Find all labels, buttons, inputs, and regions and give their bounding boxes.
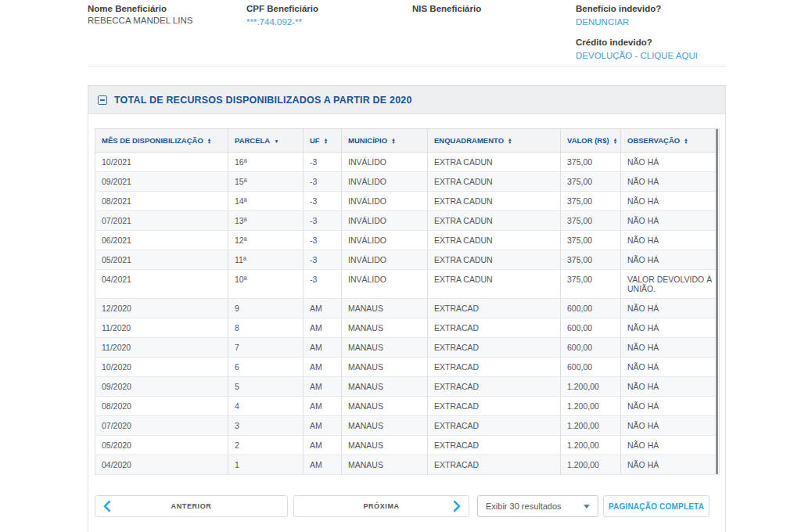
table-row: 08/202114ª-3INVÁLIDOEXTRA CADUN375,00NÃO… — [95, 192, 720, 211]
table-row: 11/20208AMMANAUSEXTRACAD600,00NÃO HÁ — [95, 318, 720, 338]
beneficiary-nis-field: NIS Beneficiário — [412, 3, 576, 66]
table-cell: EXTRACAD — [428, 416, 561, 436]
table-cell: 10/2021 — [95, 153, 228, 172]
table-cell: 375,00 — [561, 211, 621, 231]
table-cell: EXTRACAD — [428, 397, 561, 416]
sort-both-icon: ▲▼ — [207, 138, 211, 145]
column-header-2[interactable]: UF▲▼ — [304, 129, 342, 153]
table-cell: NÃO HÁ — [621, 377, 720, 397]
table-row: 07/20203AMMANAUSEXTRACAD1.200,00NÃO HÁ — [95, 416, 720, 436]
table-row: 12/20209AMMANAUSEXTRACAD600,00NÃO HÁ — [95, 299, 720, 318]
table-cell: 375,00 — [561, 192, 621, 211]
table-cell: NÃO HÁ — [621, 318, 720, 338]
table-cell: 1 — [228, 455, 304, 475]
column-header-label: MÊS DE DISPONIBILIZAÇÃO — [102, 136, 203, 145]
table-cell: AM — [304, 455, 342, 475]
collapse-minus-icon[interactable] — [98, 95, 107, 105]
table-cell: NÃO HÁ — [621, 153, 720, 172]
previous-page-button[interactable]: ANTERIOR — [95, 495, 288, 517]
column-header-label: OBSERVAÇÃO — [627, 136, 680, 145]
table-cell: INVÁLIDO — [342, 231, 428, 250]
improper-credit-label: Crédito indevido? — [576, 37, 726, 48]
denounce-link[interactable]: DENUNCIAR — [576, 16, 629, 27]
beneficiary-cpf-label: CPF Beneficiário — [246, 3, 412, 14]
full-pagination-button[interactable]: PAGINAÇÃO COMPLETA — [603, 495, 709, 517]
beneficiary-nis-label: NIS Beneficiário — [412, 3, 576, 14]
table-cell: NÃO HÁ — [621, 192, 720, 211]
column-header-1[interactable]: PARCELA▼ — [228, 129, 304, 153]
refund-link[interactable]: DEVOLUÇÃO - CLIQUE AQUI — [576, 50, 698, 61]
table-cell: MANAUS — [342, 377, 428, 397]
sort-both-icon: ▲▼ — [324, 138, 328, 145]
column-header-0[interactable]: MÊS DE DISPONIBILIZAÇÃO▲▼ — [95, 129, 228, 153]
table-cell: 600,00 — [561, 358, 621, 377]
beneficiary-name-label: Nome Beneficiário — [88, 3, 246, 14]
vertical-scrollbar[interactable] — [716, 129, 718, 474]
table-cell: EXTRA CADUN — [428, 231, 561, 250]
resources-panel-header[interactable]: TOTAL DE RECURSOS DISPONIBILIZADOS A PAR… — [88, 86, 725, 114]
table-cell: 11/2020 — [95, 318, 228, 338]
table-cell: MANAUS — [342, 397, 428, 416]
table-cell: NÃO HÁ — [621, 250, 720, 270]
column-header-label: PARCELA — [235, 136, 270, 145]
column-header-5[interactable]: VALOR (R$)▲▼ — [561, 129, 621, 153]
resources-panel-title: TOTAL DE RECURSOS DISPONIBILIZADOS A PAR… — [114, 95, 412, 106]
table-cell: 4 — [228, 397, 304, 416]
table-cell: 1.200,00 — [561, 455, 621, 475]
table-cell: 05/2021 — [95, 250, 228, 270]
previous-page-label: ANTERIOR — [171, 502, 212, 510]
table-row: 04/202110ª-3INVÁLIDOEXTRA CADUN375,00VAL… — [95, 270, 720, 299]
table-cell: -3 — [304, 153, 342, 172]
table-cell: 375,00 — [561, 153, 621, 172]
table-row: 04/20201AMMANAUSEXTRACAD1.200,00NÃO HÁ — [95, 455, 720, 475]
table-cell: 2 — [228, 436, 304, 455]
table-row: 11/20207AMMANAUSEXTRACAD600,00NÃO HÁ — [95, 338, 720, 358]
table-cell: EXTRA CADUN — [428, 192, 561, 211]
column-header-label: VALOR (R$) — [567, 136, 609, 145]
column-header-3[interactable]: MUNICÍPIO▲▼ — [342, 129, 428, 153]
table-cell: EXTRA CADUN — [428, 270, 561, 299]
page-content: Nome Beneficiário REBECCA MANDEL LINS CP… — [88, 0, 726, 66]
table-cell: -3 — [304, 211, 342, 231]
table-cell: VALOR DEVOLVIDO À UNIÃO. — [621, 270, 720, 299]
results-per-page-select[interactable]: Exibir 30 resultados — [477, 495, 598, 517]
table-cell: EXTRA CADUN — [428, 153, 561, 172]
table-cell: 11ª — [228, 250, 304, 270]
table-cell: 375,00 — [561, 231, 621, 250]
table-cell: 15ª — [228, 172, 304, 192]
table-cell: 5 — [228, 377, 304, 397]
resources-table: MÊS DE DISPONIBILIZAÇÃO▲▼PARCELA▼UF▲▼MUN… — [95, 128, 720, 475]
table-cell: 04/2021 — [95, 270, 228, 299]
column-header-4[interactable]: ENQUADRAMENTO▲▼ — [428, 129, 561, 153]
column-header-label: UF — [310, 136, 320, 145]
next-page-button[interactable]: PRÓXIMA — [293, 495, 469, 517]
column-header-6[interactable]: OBSERVAÇÃO▲▼ — [621, 129, 720, 153]
table-cell: 375,00 — [561, 250, 621, 270]
table-cell: MANAUS — [342, 358, 428, 377]
table-row: 05/202111ª-3INVÁLIDOEXTRA CADUN375,00NÃO… — [95, 250, 720, 270]
table-cell: 07/2021 — [95, 211, 228, 231]
table-cell: MANAUS — [342, 299, 428, 318]
resources-table-wrap: MÊS DE DISPONIBILIZAÇÃO▲▼PARCELA▼UF▲▼MUN… — [95, 128, 719, 475]
table-cell: 16ª — [228, 153, 304, 172]
table-cell: 375,00 — [561, 270, 621, 299]
table-cell: INVÁLIDO — [342, 270, 428, 299]
table-cell: 09/2021 — [95, 172, 228, 192]
table-row: 09/20205AMMANAUSEXTRACAD1.200,00NÃO HÁ — [95, 377, 720, 397]
table-cell: INVÁLIDO — [342, 250, 428, 270]
table-cell: 3 — [228, 416, 304, 436]
improper-benefit-group: Benefício indevido? DENUNCIAR — [576, 3, 726, 28]
table-cell: EXTRA CADUN — [428, 250, 561, 270]
table-cell: 12/2020 — [95, 299, 228, 318]
table-cell: INVÁLIDO — [342, 192, 428, 211]
table-cell: MANAUS — [342, 318, 428, 338]
table-cell: -3 — [304, 231, 342, 250]
chevron-right-icon — [454, 501, 461, 512]
table-cell: -3 — [304, 192, 342, 211]
caret-down-icon — [584, 505, 590, 509]
resources-panel-body: MÊS DE DISPONIBILIZAÇÃO▲▼PARCELA▼UF▲▼MUN… — [88, 114, 725, 517]
table-cell: NÃO HÁ — [621, 231, 720, 250]
beneficiary-cpf-value: ***.744.092-** — [246, 16, 302, 27]
table-cell: NÃO HÁ — [621, 172, 720, 192]
sort-both-icon: ▲▼ — [684, 138, 688, 145]
